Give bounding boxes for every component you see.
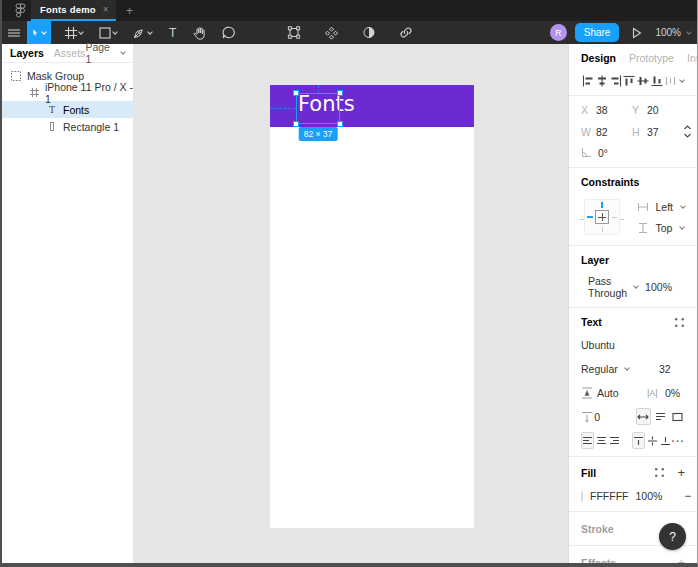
blend-mode-select[interactable]: Pass Through bbox=[588, 275, 638, 299]
w-label: W bbox=[581, 126, 589, 138]
layer-row-rectangle-1[interactable]: Rectangle 1 bbox=[2, 118, 133, 135]
text-align-center-button[interactable] bbox=[596, 432, 607, 449]
horizontal-constraint-select[interactable]: Left bbox=[637, 201, 685, 213]
text-styles-icon[interactable] bbox=[674, 317, 685, 328]
alignment-toolbar bbox=[581, 75, 685, 87]
tab-prototype[interactable]: Prototype bbox=[629, 52, 674, 64]
align-bottom-icon[interactable] bbox=[651, 75, 663, 87]
distribute-menu-button[interactable] bbox=[665, 75, 684, 87]
add-fill-button[interactable]: + bbox=[677, 465, 685, 480]
text-align-right-icon bbox=[609, 436, 620, 445]
toolbar-right-group: R Share 100% bbox=[550, 21, 691, 44]
comment-tool-button[interactable] bbox=[217, 21, 240, 44]
rotation-icon bbox=[581, 148, 591, 158]
figma-logo-icon[interactable] bbox=[9, 3, 31, 18]
font-family-select[interactable]: Ubuntu bbox=[581, 337, 685, 352]
constraint-right-tick[interactable] bbox=[612, 217, 617, 218]
resize-handle-bottom-right[interactable] bbox=[337, 121, 343, 127]
resize-handle-top-right[interactable] bbox=[337, 90, 343, 96]
layer-section: Layer Pass Through 100% bbox=[569, 246, 697, 308]
create-link-button[interactable] bbox=[394, 21, 417, 44]
snap-guide-horizontal bbox=[270, 108, 296, 109]
pen-tool-button[interactable] bbox=[128, 21, 157, 44]
align-top-icon[interactable] bbox=[623, 75, 635, 87]
zoom-control[interactable]: 100% bbox=[655, 27, 691, 38]
resize-handle-top-left[interactable] bbox=[293, 90, 299, 96]
tab-assets[interactable]: Assets bbox=[54, 47, 86, 59]
tab-close-icon[interactable]: × bbox=[103, 4, 109, 15]
frame-tool-button[interactable] bbox=[60, 21, 88, 44]
vertical-align-bottom-button[interactable] bbox=[660, 432, 671, 449]
fill-styles-icon[interactable] bbox=[654, 467, 665, 478]
cursor-icon bbox=[32, 26, 38, 39]
chevron-down-icon bbox=[120, 49, 126, 55]
move-tool-button[interactable] bbox=[27, 21, 51, 44]
add-effect-button[interactable]: + bbox=[677, 555, 685, 567]
vertical-align-middle-button[interactable] bbox=[647, 432, 658, 449]
text-tool-button[interactable]: T bbox=[164, 21, 181, 44]
type-details-button[interactable]: ··· bbox=[672, 435, 686, 447]
align-horizontal-center-icon[interactable] bbox=[596, 75, 608, 87]
constrain-proportions-icon[interactable] bbox=[683, 125, 692, 138]
layer-row-iphone-frame[interactable]: iPhone 11 Pro / X - 1 bbox=[2, 84, 133, 101]
constraints-section: Constraints Left bbox=[569, 168, 697, 246]
font-size-field[interactable]: 32 bbox=[659, 363, 671, 375]
fill-hex-field[interactable]: FFFFFF bbox=[590, 490, 628, 502]
layer-opacity-field[interactable]: 100% bbox=[645, 281, 672, 293]
constraint-bottom-tick[interactable] bbox=[602, 227, 603, 232]
selection-box[interactable] bbox=[296, 93, 340, 124]
align-left-icon[interactable] bbox=[582, 75, 594, 87]
letter-spacing-field[interactable]: 0% bbox=[665, 387, 680, 399]
fixed-size-button[interactable] bbox=[670, 408, 685, 425]
tab-inspect[interactable]: Inspect bbox=[687, 52, 698, 64]
zoom-level: 100% bbox=[655, 27, 681, 38]
auto-height-button[interactable] bbox=[653, 408, 668, 425]
remove-fill-button[interactable]: − bbox=[684, 489, 691, 503]
chevron-down-icon bbox=[41, 29, 47, 35]
present-button[interactable] bbox=[627, 21, 647, 44]
fill-color-swatch[interactable] bbox=[581, 491, 583, 502]
component-icon bbox=[324, 26, 338, 40]
line-height-field[interactable]: Auto bbox=[597, 387, 647, 399]
new-tab-button[interactable]: + bbox=[126, 4, 133, 18]
x-position-field[interactable]: X 38 bbox=[581, 104, 632, 116]
fill-opacity-field[interactable]: 100% bbox=[635, 490, 662, 502]
w-value: 82 bbox=[596, 126, 608, 138]
constraint-top-tick[interactable] bbox=[601, 202, 603, 208]
constraints-widget[interactable] bbox=[584, 199, 620, 235]
avatar[interactable]: R bbox=[550, 24, 567, 41]
share-button[interactable]: Share bbox=[575, 23, 620, 42]
rotation-field[interactable]: 0° bbox=[581, 147, 632, 159]
tab-design[interactable]: Design bbox=[581, 52, 616, 64]
font-weight-select[interactable]: Regular bbox=[581, 363, 647, 375]
use-as-mask-button[interactable] bbox=[357, 21, 380, 44]
page-selector[interactable]: Page 1 bbox=[85, 41, 125, 65]
paragraph-spacing-field[interactable]: 0 bbox=[594, 411, 636, 423]
align-right-icon[interactable] bbox=[610, 75, 622, 87]
text-align-right-button[interactable] bbox=[609, 432, 620, 449]
effects-title: Effects bbox=[581, 557, 616, 567]
resize-handle-bottom-left[interactable] bbox=[293, 121, 299, 127]
help-button[interactable]: ? bbox=[659, 523, 686, 550]
vertical-constraint-select[interactable]: Top bbox=[637, 222, 685, 234]
tab-layers[interactable]: Layers bbox=[10, 47, 44, 59]
vertical-align-top-button[interactable] bbox=[632, 432, 645, 449]
width-field[interactable]: W 82 bbox=[581, 126, 632, 138]
tab-fonts-demo[interactable]: Fonts demo × bbox=[31, 0, 116, 21]
constraint-left-tick[interactable] bbox=[587, 216, 593, 218]
height-field[interactable]: H 37 bbox=[632, 126, 683, 138]
hand-tool-button[interactable] bbox=[188, 21, 211, 44]
auto-width-button[interactable] bbox=[636, 408, 651, 425]
artboard-iphone-11-pro[interactable]: Fonts 82 × 37 bbox=[270, 85, 474, 528]
chevron-down-icon bbox=[633, 283, 639, 289]
canvas[interactable]: Fonts 82 × 37 bbox=[133, 44, 568, 563]
edit-object-button[interactable] bbox=[282, 21, 305, 44]
align-vertical-center-icon[interactable] bbox=[637, 75, 649, 87]
hand-icon bbox=[193, 26, 206, 40]
y-position-field[interactable]: Y 20 bbox=[632, 104, 683, 116]
chevron-down-icon bbox=[112, 29, 118, 35]
panel-tabs-section: Design Prototype Inspect bbox=[569, 44, 697, 96]
main-menu-button[interactable] bbox=[2, 21, 26, 44]
text-align-left-button[interactable] bbox=[581, 432, 594, 449]
create-component-button[interactable] bbox=[319, 21, 343, 44]
